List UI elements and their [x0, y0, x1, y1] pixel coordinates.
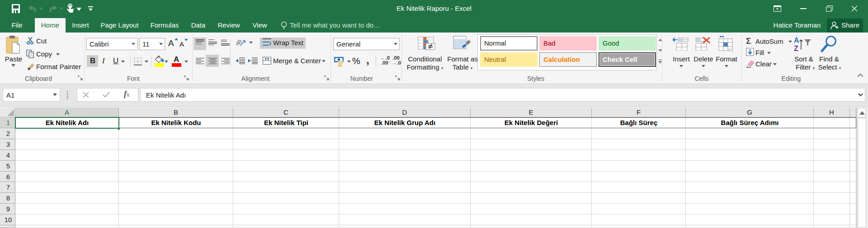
- svg-text:Z: Z: [794, 45, 798, 52]
- svg-text:A: A: [794, 37, 799, 44]
- svg-text:ab: ab: [236, 38, 243, 47]
